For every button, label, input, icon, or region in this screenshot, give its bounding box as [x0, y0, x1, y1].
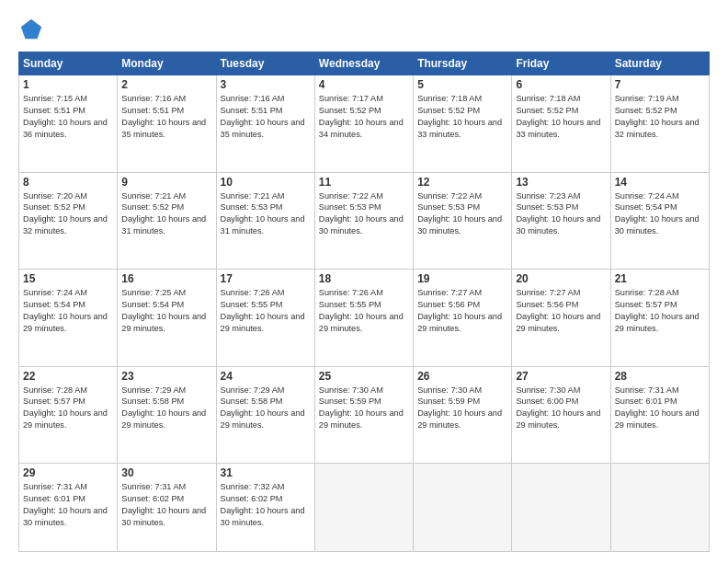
calendar-day: 26Sunrise: 7:30 AMSunset: 5:59 PMDayligh… [414, 366, 512, 464]
day-info: Sunrise: 7:21 AMSunset: 5:53 PMDaylight:… [221, 190, 311, 238]
calendar-day: 9Sunrise: 7:21 AMSunset: 5:52 PMDaylight… [118, 172, 216, 270]
calendar-header-wednesday: Wednesday [314, 52, 413, 75]
day-number: 18 [319, 272, 409, 285]
calendar-day [414, 464, 512, 552]
calendar-table: SundayMondayTuesdayWednesdayThursdayFrid… [18, 52, 710, 552]
day-number: 5 [417, 78, 507, 91]
day-number: 24 [221, 370, 311, 383]
calendar-week-row: 15Sunrise: 7:24 AMSunset: 5:54 PMDayligh… [19, 270, 710, 367]
calendar-week-row: 8Sunrise: 7:20 AMSunset: 5:52 PMDaylight… [19, 172, 710, 270]
day-number: 11 [319, 176, 409, 189]
calendar-day: 20Sunrise: 7:27 AMSunset: 5:56 PMDayligh… [512, 270, 610, 367]
day-info: Sunrise: 7:21 AMSunset: 5:52 PMDaylight:… [121, 190, 211, 238]
day-number: 29 [23, 466, 113, 479]
calendar-day: 3Sunrise: 7:16 AMSunset: 5:51 PMDaylight… [216, 75, 314, 173]
calendar-day: 6Sunrise: 7:18 AMSunset: 5:52 PMDaylight… [512, 75, 610, 173]
day-info: Sunrise: 7:29 AMSunset: 5:58 PMDaylight:… [221, 385, 311, 432]
calendar-day: 31Sunrise: 7:32 AMSunset: 6:02 PMDayligh… [216, 464, 314, 552]
day-info: Sunrise: 7:16 AMSunset: 5:51 PMDaylight:… [121, 93, 211, 141]
day-info: Sunrise: 7:30 AMSunset: 5:59 PMDaylight:… [417, 385, 507, 432]
day-info: Sunrise: 7:32 AMSunset: 6:02 PMDaylight:… [221, 481, 311, 529]
day-number: 20 [516, 272, 606, 285]
header [18, 17, 710, 42]
calendar-day: 11Sunrise: 7:22 AMSunset: 5:53 PMDayligh… [314, 172, 413, 270]
day-number: 22 [23, 370, 113, 383]
day-info: Sunrise: 7:31 AMSunset: 6:02 PMDaylight:… [121, 481, 211, 529]
day-number: 15 [23, 272, 113, 285]
day-number: 6 [516, 78, 606, 91]
calendar-header-sunday: Sunday [19, 52, 118, 75]
day-number: 1 [23, 78, 113, 91]
calendar-day: 22Sunrise: 7:28 AMSunset: 5:57 PMDayligh… [19, 366, 118, 464]
day-info: Sunrise: 7:19 AMSunset: 5:52 PMDaylight:… [615, 93, 705, 141]
day-info: Sunrise: 7:27 AMSunset: 5:56 PMDaylight:… [417, 287, 507, 335]
day-info: Sunrise: 7:18 AMSunset: 5:52 PMDaylight:… [516, 93, 606, 141]
calendar-day: 15Sunrise: 7:24 AMSunset: 5:54 PMDayligh… [19, 270, 118, 367]
day-info: Sunrise: 7:23 AMSunset: 5:53 PMDaylight:… [516, 190, 606, 238]
calendar-day: 12Sunrise: 7:22 AMSunset: 5:53 PMDayligh… [414, 172, 512, 270]
day-info: Sunrise: 7:22 AMSunset: 5:53 PMDaylight:… [319, 190, 409, 238]
calendar-day [314, 464, 413, 552]
day-info: Sunrise: 7:17 AMSunset: 5:52 PMDaylight:… [319, 93, 409, 141]
day-number: 30 [121, 466, 211, 479]
day-number: 10 [221, 176, 311, 189]
day-info: Sunrise: 7:31 AMSunset: 6:01 PMDaylight:… [23, 481, 113, 529]
day-number: 14 [615, 176, 705, 189]
calendar-day: 30Sunrise: 7:31 AMSunset: 6:02 PMDayligh… [118, 464, 216, 552]
day-number: 19 [417, 272, 507, 285]
calendar-day: 16Sunrise: 7:25 AMSunset: 5:54 PMDayligh… [118, 270, 216, 367]
calendar-day: 2Sunrise: 7:16 AMSunset: 5:51 PMDaylight… [118, 75, 216, 173]
calendar-day: 28Sunrise: 7:31 AMSunset: 6:01 PMDayligh… [610, 366, 709, 464]
calendar-header-thursday: Thursday [414, 52, 512, 75]
calendar-header-row: SundayMondayTuesdayWednesdayThursdayFrid… [19, 52, 710, 75]
calendar-day: 4Sunrise: 7:17 AMSunset: 5:52 PMDaylight… [314, 75, 413, 173]
day-number: 13 [516, 176, 606, 189]
calendar-day: 25Sunrise: 7:30 AMSunset: 5:59 PMDayligh… [314, 366, 413, 464]
calendar-day [610, 464, 709, 552]
day-info: Sunrise: 7:30 AMSunset: 6:00 PMDaylight:… [516, 385, 606, 432]
calendar-day: 19Sunrise: 7:27 AMSunset: 5:56 PMDayligh… [414, 270, 512, 367]
calendar-header-tuesday: Tuesday [216, 52, 314, 75]
calendar-day: 5Sunrise: 7:18 AMSunset: 5:52 PMDaylight… [414, 75, 512, 173]
calendar-day: 21Sunrise: 7:28 AMSunset: 5:57 PMDayligh… [610, 270, 709, 367]
calendar-header-saturday: Saturday [610, 52, 709, 75]
day-number: 28 [615, 370, 705, 383]
calendar-day [512, 464, 610, 552]
calendar-week-row: 1Sunrise: 7:15 AMSunset: 5:51 PMDaylight… [19, 75, 710, 173]
day-number: 31 [221, 466, 311, 479]
calendar-day: 29Sunrise: 7:31 AMSunset: 6:01 PMDayligh… [19, 464, 118, 552]
day-info: Sunrise: 7:16 AMSunset: 5:51 PMDaylight:… [221, 93, 311, 141]
day-info: Sunrise: 7:30 AMSunset: 5:59 PMDaylight:… [319, 385, 409, 432]
day-info: Sunrise: 7:31 AMSunset: 6:01 PMDaylight:… [615, 385, 705, 432]
day-number: 8 [23, 176, 113, 189]
calendar-day: 10Sunrise: 7:21 AMSunset: 5:53 PMDayligh… [216, 172, 314, 270]
calendar-header-friday: Friday [512, 52, 610, 75]
day-number: 3 [221, 78, 311, 91]
calendar-day: 1Sunrise: 7:15 AMSunset: 5:51 PMDaylight… [19, 75, 118, 173]
calendar-header-monday: Monday [118, 52, 216, 75]
day-number: 25 [319, 370, 409, 383]
day-info: Sunrise: 7:18 AMSunset: 5:52 PMDaylight:… [417, 93, 507, 141]
day-info: Sunrise: 7:29 AMSunset: 5:58 PMDaylight:… [121, 385, 211, 432]
calendar-week-row: 22Sunrise: 7:28 AMSunset: 5:57 PMDayligh… [19, 366, 710, 464]
day-info: Sunrise: 7:28 AMSunset: 5:57 PMDaylight:… [23, 385, 113, 432]
calendar-day: 17Sunrise: 7:26 AMSunset: 5:55 PMDayligh… [216, 270, 314, 367]
day-info: Sunrise: 7:26 AMSunset: 5:55 PMDaylight:… [319, 287, 409, 335]
day-number: 12 [417, 176, 507, 189]
day-info: Sunrise: 7:20 AMSunset: 5:52 PMDaylight:… [23, 190, 113, 238]
calendar-day: 13Sunrise: 7:23 AMSunset: 5:53 PMDayligh… [512, 172, 610, 270]
day-number: 23 [121, 370, 211, 383]
calendar-day: 18Sunrise: 7:26 AMSunset: 5:55 PMDayligh… [314, 270, 413, 367]
day-info: Sunrise: 7:26 AMSunset: 5:55 PMDaylight:… [221, 287, 311, 335]
logo-icon [18, 17, 44, 42]
day-info: Sunrise: 7:15 AMSunset: 5:51 PMDaylight:… [23, 93, 113, 141]
day-number: 4 [319, 78, 409, 91]
day-number: 16 [121, 272, 211, 285]
day-number: 9 [121, 176, 211, 189]
day-number: 21 [615, 272, 705, 285]
calendar-day: 24Sunrise: 7:29 AMSunset: 5:58 PMDayligh… [216, 366, 314, 464]
calendar-week-row: 29Sunrise: 7:31 AMSunset: 6:01 PMDayligh… [19, 464, 710, 552]
day-info: Sunrise: 7:24 AMSunset: 5:54 PMDaylight:… [615, 190, 705, 238]
day-number: 7 [615, 78, 705, 91]
day-info: Sunrise: 7:28 AMSunset: 5:57 PMDaylight:… [615, 287, 705, 335]
